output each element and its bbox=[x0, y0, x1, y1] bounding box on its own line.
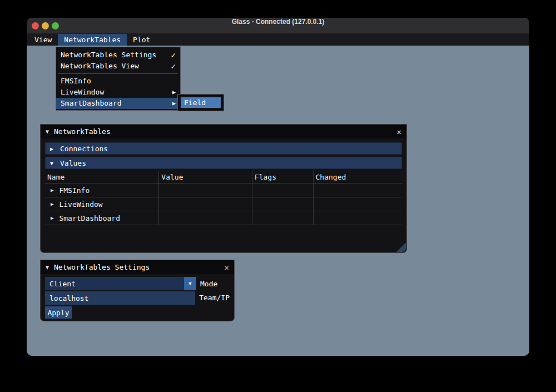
submenu-arrow-icon: ▶ bbox=[172, 87, 176, 98]
networktables-window-body: ▶ Connections ▼ Values Name Value Flags … bbox=[41, 138, 406, 225]
menubar: View NetworkTables Plot bbox=[27, 34, 529, 46]
menu-view[interactable]: View bbox=[28, 34, 58, 46]
collapse-arrow-icon[interactable]: ▼ bbox=[46, 128, 49, 135]
team-ip-label: Team/IP bbox=[199, 294, 230, 302]
screen-background: Glass - Connected (127.0.0.1) View Netwo… bbox=[0, 0, 556, 392]
menu-item-networktables-view[interactable]: NetworkTables View ✓ bbox=[56, 61, 180, 72]
connections-header[interactable]: ▶ Connections bbox=[45, 142, 402, 155]
column-header-name[interactable]: Name bbox=[45, 171, 159, 183]
chevron-down-icon[interactable]: ▼ bbox=[50, 160, 53, 166]
row-name-label: FMSInfo bbox=[59, 186, 90, 195]
networktables-window-title: NetworkTables bbox=[54, 127, 397, 136]
chevron-right-icon[interactable]: ▶ bbox=[50, 146, 53, 152]
close-icon[interactable]: ✕ bbox=[225, 264, 229, 271]
networktables-window-titlebar[interactable]: ▼ NetworkTables ✕ bbox=[41, 125, 406, 138]
row-value-cell bbox=[159, 197, 252, 211]
tree-expand-icon[interactable]: ▶ bbox=[51, 215, 53, 221]
menu-networktables[interactable]: NetworkTables bbox=[58, 34, 127, 46]
connections-header-label: Connections bbox=[60, 145, 108, 153]
submenu-item-field[interactable]: Field bbox=[181, 97, 221, 108]
menu-plot[interactable]: Plot bbox=[127, 34, 156, 46]
row-flags-cell bbox=[252, 197, 314, 211]
row-name-label: LiveWindow bbox=[59, 200, 102, 209]
collapse-arrow-icon[interactable]: ▼ bbox=[46, 264, 49, 270]
networktables-dropdown-menu: NetworkTables Settings ✓ NetworkTables V… bbox=[56, 47, 181, 111]
row-changed-cell bbox=[314, 197, 403, 211]
row-value-cell bbox=[159, 211, 252, 225]
table-row[interactable]: ▶ SmartDashboard bbox=[45, 211, 402, 225]
zoom-window-button[interactable] bbox=[52, 22, 59, 29]
menu-item-fmsinfo[interactable]: FMSInfo bbox=[56, 76, 180, 87]
values-table: Name Value Flags Changed ▶ FMSInfo bbox=[45, 171, 402, 225]
column-header-flags[interactable]: Flags bbox=[252, 171, 314, 183]
settings-window-titlebar[interactable]: ▼ NetworkTables Settings ✕ bbox=[41, 260, 234, 274]
menu-item-smartdashboard[interactable]: SmartDashboard ▶ bbox=[56, 98, 180, 109]
apply-button[interactable]: Apply bbox=[45, 306, 72, 319]
combo-arrow-icon[interactable]: ▼ bbox=[184, 277, 196, 290]
tree-expand-icon[interactable]: ▶ bbox=[51, 201, 53, 207]
settings-window-title: NetworkTables Settings bbox=[54, 263, 225, 271]
menu-item-networktables-settings[interactable]: NetworkTables Settings ✓ bbox=[56, 49, 180, 61]
row-flags-cell bbox=[252, 183, 314, 197]
row-changed-cell bbox=[314, 183, 403, 197]
menu-item-livewindow[interactable]: LiveWindow ▶ bbox=[56, 87, 180, 98]
submenu-arrow-icon: ▶ bbox=[172, 98, 176, 109]
glass-app-window: Glass - Connected (127.0.0.1) View Netwo… bbox=[27, 18, 529, 356]
row-changed-cell bbox=[314, 211, 403, 225]
team-ip-input[interactable] bbox=[45, 291, 195, 305]
settings-window-body: Client ▼ Mode Team/IP Apply bbox=[41, 274, 234, 321]
minimize-window-button[interactable] bbox=[42, 22, 49, 29]
menu-separator bbox=[58, 73, 178, 74]
values-header-label: Values bbox=[60, 159, 86, 167]
row-value-cell bbox=[159, 183, 252, 197]
close-window-button[interactable] bbox=[32, 22, 39, 29]
mode-select[interactable]: Client ▼ bbox=[45, 277, 196, 290]
resize-grip[interactable] bbox=[396, 242, 406, 252]
values-header[interactable]: ▼ Values bbox=[45, 157, 402, 169]
column-header-value[interactable]: Value bbox=[159, 171, 252, 183]
table-row[interactable]: ▶ FMSInfo bbox=[45, 183, 402, 197]
column-header-changed[interactable]: Changed bbox=[314, 171, 403, 183]
mode-label: Mode bbox=[200, 280, 217, 288]
close-icon[interactable]: ✕ bbox=[397, 128, 401, 136]
window-title: Glass - Connected (127.0.0.1) bbox=[27, 18, 529, 26]
table-header-row: Name Value Flags Changed bbox=[45, 171, 402, 183]
networktables-window: ▼ NetworkTables ✕ ▶ Connections ▼ Values bbox=[40, 124, 407, 253]
checkmark-icon: ✓ bbox=[171, 61, 176, 72]
row-flags-cell bbox=[252, 211, 314, 225]
smartdashboard-submenu: Field bbox=[178, 95, 224, 111]
table-row[interactable]: ▶ LiveWindow bbox=[45, 197, 402, 211]
checkmark-icon: ✓ bbox=[171, 49, 176, 61]
row-name-label: SmartDashboard bbox=[59, 214, 120, 222]
macos-titlebar[interactable]: Glass - Connected (127.0.0.1) bbox=[27, 18, 529, 34]
tree-expand-icon[interactable]: ▶ bbox=[51, 187, 53, 193]
mode-select-value: Client bbox=[45, 280, 184, 288]
networktables-settings-window: ▼ NetworkTables Settings ✕ Client ▼ Mode bbox=[40, 260, 235, 321]
